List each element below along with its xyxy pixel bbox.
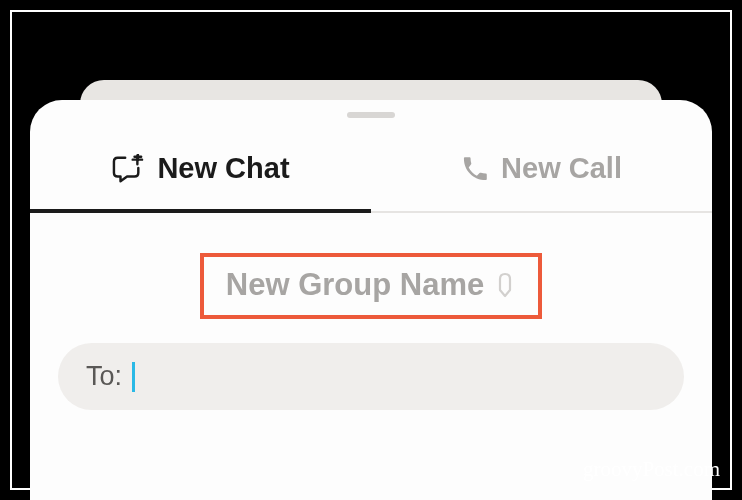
phone-icon bbox=[461, 155, 489, 183]
chat-compose-icon bbox=[111, 154, 145, 184]
edit-pencil-icon[interactable] bbox=[494, 272, 516, 298]
text-cursor bbox=[132, 362, 135, 392]
watermark-text: groovyPost.com bbox=[583, 457, 720, 482]
to-recipients-field[interactable]: To: bbox=[58, 343, 684, 410]
group-name-highlight-box: New Group Name bbox=[200, 253, 542, 319]
tab-new-call[interactable]: New Call bbox=[371, 126, 712, 211]
drag-handle[interactable] bbox=[347, 112, 395, 118]
tab-bar: New Chat New Call bbox=[30, 126, 712, 213]
tab-new-call-label: New Call bbox=[501, 152, 622, 185]
tab-new-chat-label: New Chat bbox=[157, 152, 289, 185]
modal-sheet: New Chat New Call New Group Name To: bbox=[30, 100, 712, 500]
to-label: To: bbox=[86, 361, 122, 392]
group-name-row: New Group Name bbox=[30, 253, 712, 319]
group-name-input[interactable]: New Group Name bbox=[226, 267, 484, 303]
tab-new-chat[interactable]: New Chat bbox=[30, 126, 371, 211]
